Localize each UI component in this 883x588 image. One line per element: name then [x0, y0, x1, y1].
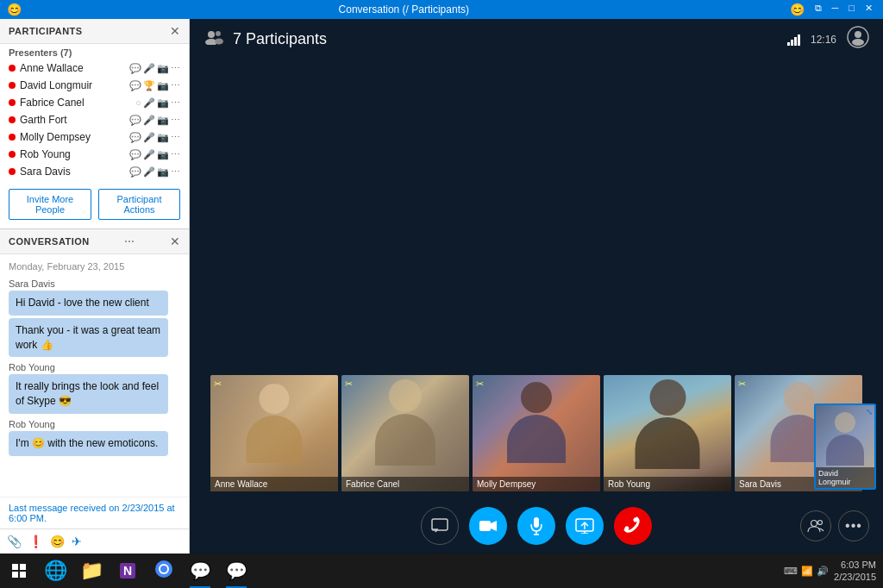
screen-share-button[interactable]	[566, 507, 604, 545]
message-bubble: It really brings the look and feel of Sk…	[9, 374, 168, 414]
status-dot	[9, 134, 16, 141]
david-tile-name: David Longmuir	[816, 467, 874, 488]
taskbar-onenote[interactable]: N	[110, 554, 145, 588]
participant-item: Sara Davis 💬 🎤 📷 ⋯	[0, 163, 189, 180]
message-bubble: Thank you - it was a great team work 👍	[9, 318, 168, 358]
clock-time: 6:03 PM	[834, 559, 876, 571]
message-sender: Rob Young	[9, 419, 180, 429]
invite-more-button[interactable]: Invite More People	[9, 189, 91, 220]
chat-button[interactable]	[421, 507, 459, 545]
taskbar-explorer[interactable]: 📁	[74, 554, 109, 588]
action-buttons: Invite More People Participant Actions	[0, 180, 189, 228]
right-panel: 7 Participants 12:16	[190, 19, 883, 554]
mute-icon: ✂	[214, 378, 222, 390]
skype-icon1: 💬	[190, 560, 211, 581]
taskbar-skype2[interactable]: 💬	[219, 554, 254, 588]
network-icon: 📶	[801, 566, 813, 577]
taskbar: 🌐 📁 N 💬 💬 ⌨ 📶	[0, 554, 883, 588]
participants-group-icon	[204, 29, 224, 49]
participants-title: PARTICIPANTS	[9, 26, 83, 36]
participant-item: Molly Dempsey 💬 🎤 📷 ⋯	[0, 128, 189, 146]
app-icon: 😊	[7, 3, 22, 16]
video-button[interactable]	[469, 507, 507, 545]
video-icon: 📷	[157, 166, 169, 178]
taskbar-chrome[interactable]	[147, 554, 181, 588]
video-tile-anne[interactable]: ✂ Anne Wallace	[210, 375, 338, 491]
participant-actions-button[interactable]: Participant Actions	[98, 189, 180, 220]
more-icon: ⋯	[171, 80, 180, 91]
status-dot	[9, 99, 16, 106]
tile-name: Rob Young	[604, 477, 731, 491]
svg-point-19	[811, 521, 817, 527]
participant-list: Anne Wallace 💬 🎤 📷 ⋯ David Longmuir	[0, 59, 189, 180]
chat-icon: ○	[135, 97, 141, 108]
video-tile-rob[interactable]: Rob Young	[604, 375, 731, 491]
participants-close[interactable]: ✕	[170, 24, 180, 38]
tile-name: Fabrice Canel	[341, 477, 469, 491]
flag-icon[interactable]: ❗	[28, 535, 43, 548]
video-icon: 📷	[157, 63, 169, 74]
conv-options[interactable]: ⋯	[124, 235, 135, 247]
title-bar: 😊 Conversation (/ Participants) 😊 ⧉ ─ □ …	[0, 0, 883, 19]
conversation-messages: Monday, February 23, 2015 Sara Davis Hi …	[0, 254, 189, 497]
svg-marker-9	[491, 521, 497, 531]
video-icon: 📷	[157, 132, 169, 143]
participant-name: David Longmuir	[20, 79, 92, 91]
svg-point-0	[208, 31, 215, 38]
attachment-icon[interactable]: 📎	[7, 535, 22, 548]
taskbar-ie[interactable]: 🌐	[38, 554, 72, 588]
status-dot	[9, 151, 16, 158]
end-call-button[interactable]	[606, 499, 660, 553]
svg-point-2	[216, 31, 221, 36]
participant-name: Anne Wallace	[20, 62, 84, 74]
status-dot	[9, 168, 16, 175]
left-panel: PARTICIPANTS ✕ Presenters (7) Anne Walla…	[0, 19, 190, 554]
tile-btn[interactable]: ⧉	[811, 3, 825, 16]
video-tile-fabrice[interactable]: ✂ Fabrice Canel	[341, 375, 469, 491]
participant-name: Sara Davis	[20, 166, 71, 178]
chat-icon: 💬	[129, 166, 141, 178]
svg-point-6	[852, 39, 864, 46]
taskbar-skype1[interactable]: 💬	[183, 554, 217, 588]
restore-btn[interactable]: □	[845, 3, 858, 16]
chat-icon: 💬	[129, 149, 141, 160]
keyboard-icon: ⌨	[784, 566, 798, 577]
participants-header: PARTICIPANTS ✕	[0, 19, 189, 44]
close-btn[interactable]: ✕	[861, 3, 876, 16]
more-icon: ⋯	[171, 166, 180, 178]
message-sender: Rob Young	[9, 362, 180, 372]
taskbar-apps: 🌐 📁 N 💬 💬	[38, 554, 254, 588]
folder-icon: 📁	[80, 560, 103, 582]
ellipsis-icon: •••	[845, 518, 862, 534]
participant-name: Molly Dempsey	[20, 131, 91, 143]
account-icon[interactable]	[847, 26, 869, 53]
video-tile-molly[interactable]: ✂ Molly Dempsey	[473, 375, 600, 491]
mic-icon: 🎤	[143, 149, 155, 160]
clock-date: 2/23/2015	[834, 571, 876, 583]
participant-name: Fabrice Canel	[20, 97, 85, 109]
window-controls[interactable]: 😊 ⧉ ─ □ ✕	[786, 3, 876, 16]
minimize-btn[interactable]: ─	[829, 3, 842, 16]
emoji-btn[interactable]: 😊	[786, 3, 808, 16]
conversation-section: CONVERSATION ⋯ ✕ Monday, February 23, 20…	[0, 229, 189, 554]
tile-name: Molly Dempsey	[473, 477, 600, 491]
mic-icon: 🎤	[143, 63, 155, 74]
onenote-icon: N	[120, 563, 135, 579]
participants-count: 7 Participants	[233, 30, 327, 48]
video-tile-david[interactable]: ⤡ David Longmuir	[814, 403, 876, 490]
conv-close[interactable]: ✕	[170, 235, 180, 248]
participants-button[interactable]	[800, 510, 831, 541]
ie-icon: 🌐	[44, 560, 67, 582]
mic-icon: 🏆	[143, 80, 155, 91]
windows-logo	[12, 564, 26, 578]
expand-icon: ⤡	[866, 407, 873, 416]
emoji-icon[interactable]: 😊	[50, 535, 65, 548]
participant-name: Garth Fort	[20, 114, 67, 126]
chat-icon: 💬	[129, 132, 141, 143]
more-options-button[interactable]: •••	[838, 510, 869, 541]
mic-button[interactable]	[517, 507, 555, 545]
start-button[interactable]	[3, 555, 34, 586]
send-icon[interactable]: ✈	[72, 535, 82, 548]
more-icon: ⋯	[171, 115, 180, 126]
mute-icon: ✂	[345, 378, 353, 390]
